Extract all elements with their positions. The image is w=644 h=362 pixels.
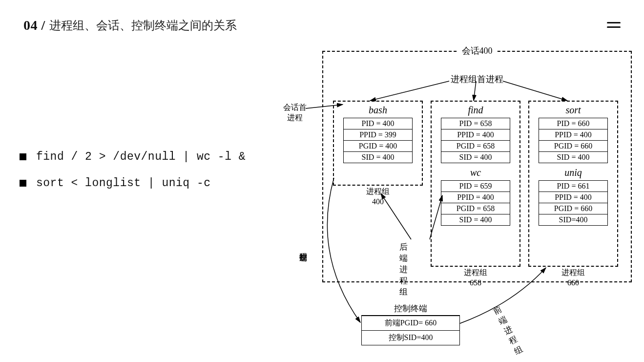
process-group-caption: 进程组 660 <box>561 268 585 288</box>
pid-cell: PID = 659 <box>441 181 510 192</box>
process-name: wc <box>432 167 519 178</box>
ppid-cell: PPID = 400 <box>441 129 510 140</box>
process-name: uniq <box>529 167 617 178</box>
sid-cell: SID = 400 <box>441 214 510 225</box>
command-text: sort < longlist | uniq -c <box>36 177 211 190</box>
pgid-cell: PGID = 400 <box>344 140 412 151</box>
process-name: bash <box>334 105 422 116</box>
process-group-caption: 进程组 400 <box>366 187 390 207</box>
command-item: find / 2 > /dev/null | wc -l & <box>20 150 246 163</box>
process-group-box: find PID = 658 PPID = 400 PGID = 658 SID… <box>431 101 520 267</box>
pid-cell: PID = 660 <box>539 118 607 129</box>
controlling-terminal-box: 控制终端 前端PGID= 660 控制SID=400 <box>361 315 460 345</box>
foreground-group-label: 前端进程组 <box>491 303 525 357</box>
pgid-cell: PGID = 660 <box>539 140 607 151</box>
process-name: find <box>432 105 519 116</box>
command-item: sort < longlist | uniq -c <box>20 177 246 190</box>
session-box: 会话400 进程组首进程 bash PID = 400 PPID = 399 P… <box>322 51 632 282</box>
chapter-number: 04 / <box>23 18 45 33</box>
slide-title: 进程组、会话、控制终端之间的关系 <box>49 18 237 33</box>
sid-cell: SID = 400 <box>539 151 607 163</box>
ppid-cell: PPID = 399 <box>344 129 412 140</box>
bullet-icon <box>20 180 26 187</box>
pid-cell: PID = 661 <box>539 181 607 192</box>
session-leader-label: 会话首 进程 <box>283 103 307 123</box>
process-group-caption: 进程组 658 <box>464 268 487 288</box>
pid-cell: PID = 400 <box>344 118 412 129</box>
process-table: PID = 660 PPID = 400 PGID = 660 SID = 40… <box>539 118 608 163</box>
process-group-box: bash PID = 400 PPID = 399 PGID = 400 SID… <box>333 101 423 186</box>
process-name: sort <box>529 105 617 116</box>
ppid-cell: PPID = 400 <box>539 192 607 203</box>
terminal-title: 控制终端 <box>394 303 427 314</box>
command-list: find / 2 > /dev/null | wc -l & sort < lo… <box>20 150 246 203</box>
process-table: PID = 658 PPID = 400 PGID = 658 SID = 40… <box>441 118 510 163</box>
terminal-sid-row: 控制SID=400 <box>362 330 459 345</box>
ppid-cell: PPID = 400 <box>441 192 510 203</box>
process-table: PID = 661 PPID = 400 PGID = 660 SID=400 <box>539 180 608 226</box>
background-group-label: 后端进程组 <box>399 241 408 298</box>
process-table: PID = 659 PPID = 400 PGID = 658 SID = 40… <box>441 180 510 226</box>
ppid-cell: PPID = 400 <box>539 129 607 140</box>
sid-cell: SID = 400 <box>344 151 412 163</box>
command-text: find / 2 > /dev/null | wc -l & <box>36 150 246 163</box>
pgid-cell: PGID = 658 <box>441 203 510 214</box>
process-group-box: sort PID = 660 PPID = 400 PGID = 660 SID… <box>528 101 618 267</box>
slide-header: 04 / 进程组、会话、控制终端之间的关系 <box>23 18 621 33</box>
process-table: PID = 400 PPID = 399 PGID = 400 SID = 40… <box>343 118 413 163</box>
sid-cell: SID = 400 <box>441 151 510 163</box>
pid-cell: PID = 658 <box>441 118 510 129</box>
pg-leader-label: 进程组首进程 <box>451 73 503 85</box>
terminal-pgid-row: 前端PGID= 660 <box>362 316 459 330</box>
pgid-cell: PGID = 658 <box>441 140 510 151</box>
pgid-cell: PGID = 660 <box>539 203 607 214</box>
menu-icon[interactable] <box>607 22 621 29</box>
session-label: 会话400 <box>458 45 497 57</box>
bullet-icon <box>20 153 26 160</box>
sid-cell: SID=400 <box>539 214 607 225</box>
